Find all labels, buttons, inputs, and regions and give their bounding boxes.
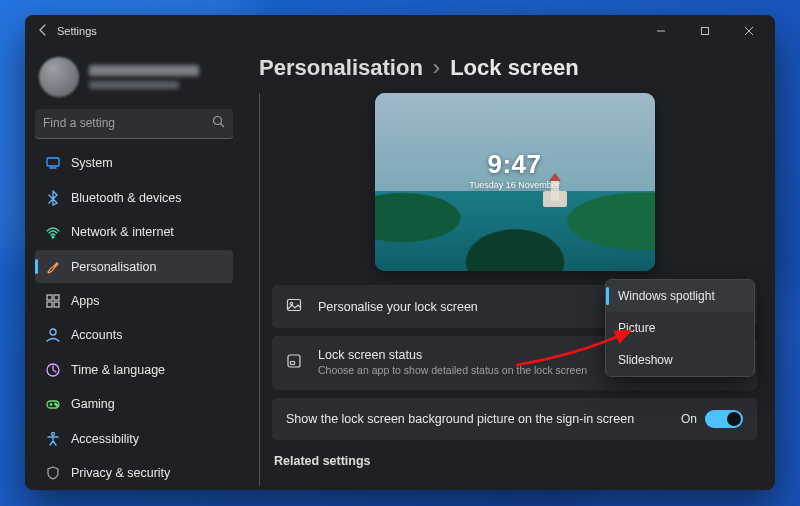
dropdown-option-windows-spotlight[interactable]: Windows spotlight (606, 280, 754, 312)
svg-rect-6 (47, 158, 59, 166)
settings-window: Settings SystemBluetoot (25, 15, 775, 490)
sidebar-item-label: Accessibility (71, 432, 139, 446)
sidebar-item-label: System (71, 156, 113, 170)
sidebar-item-accounts[interactable]: Accounts (35, 319, 233, 352)
breadcrumb-parent[interactable]: Personalisation (259, 55, 423, 81)
sidebar-item-privacy-security[interactable]: Privacy & security (35, 456, 233, 489)
signin-toggle[interactable] (705, 410, 743, 428)
sidebar-item-apps[interactable]: Apps (35, 284, 233, 317)
shield-icon (45, 465, 61, 481)
sidebar-item-label: Network & internet (71, 225, 174, 239)
sidebar-item-label: Bluetooth & devices (71, 191, 182, 205)
accessibility-icon (45, 431, 61, 447)
svg-point-13 (50, 329, 56, 335)
personalise-title: Personalise your lock screen (318, 300, 597, 314)
breadcrumb-separator-icon: › (433, 55, 440, 81)
main-content: Personalisation › Lock screen 9:47 Tuesd… (243, 47, 775, 490)
toggle-label: On (681, 412, 697, 426)
sidebar-item-label: Personalisation (71, 260, 156, 274)
breadcrumb-leaf: Lock screen (450, 55, 578, 81)
nav-list: SystemBluetooth & devicesNetwork & inter… (35, 147, 233, 490)
svg-point-20 (52, 432, 55, 435)
search-field[interactable] (43, 116, 212, 130)
window-title: Settings (57, 25, 97, 37)
svg-rect-11 (47, 302, 52, 307)
search-icon (212, 115, 225, 131)
sidebar-item-personalisation[interactable]: Personalisation (35, 250, 233, 283)
dropdown-option-slideshow[interactable]: Slideshow (606, 344, 754, 376)
gaming-icon (45, 396, 61, 412)
svg-rect-24 (291, 362, 295, 365)
person-icon (45, 327, 61, 343)
svg-line-5 (221, 124, 225, 128)
sidebar: SystemBluetooth & devicesNetwork & inter… (25, 47, 243, 490)
sidebar-item-label: Gaming (71, 397, 115, 411)
status-icon (286, 353, 304, 372)
wifi-icon (45, 224, 61, 240)
signin-background-card: Show the lock screen background picture … (272, 398, 757, 440)
sidebar-item-label: Time & language (71, 363, 165, 377)
svg-point-22 (290, 302, 292, 304)
sidebar-item-label: Accounts (71, 328, 122, 342)
titlebar: Settings (25, 15, 775, 47)
clock-icon (45, 362, 61, 378)
profile-email (89, 81, 179, 89)
preview-time: 9:47 (375, 149, 655, 180)
sidebar-item-accessibility[interactable]: Accessibility (35, 422, 233, 455)
apps-icon (45, 293, 61, 309)
signin-title: Show the lock screen background picture … (286, 412, 667, 426)
sidebar-item-gaming[interactable]: Gaming (35, 388, 233, 421)
related-settings-header: Related settings (272, 448, 757, 468)
brush-icon (45, 259, 61, 275)
breadcrumb: Personalisation › Lock screen (259, 49, 757, 93)
svg-rect-9 (47, 295, 52, 300)
svg-point-19 (56, 405, 58, 407)
system-icon (45, 155, 61, 171)
maximize-button[interactable] (683, 15, 727, 47)
profile-block[interactable] (35, 51, 233, 109)
minimize-button[interactable] (639, 15, 683, 47)
svg-point-8 (52, 236, 54, 238)
background-type-dropdown[interactable]: Windows spotlightPictureSlideshow (605, 279, 755, 377)
avatar (39, 57, 79, 97)
svg-point-4 (214, 117, 222, 125)
preview-date: Tuesday 16 November (375, 180, 655, 190)
close-button[interactable] (727, 15, 771, 47)
profile-name (89, 65, 199, 76)
sidebar-item-label: Apps (71, 294, 100, 308)
lockscreen-preview[interactable]: 9:47 Tuesday 16 November (375, 93, 655, 271)
svg-rect-1 (702, 28, 709, 35)
svg-rect-12 (54, 302, 59, 307)
sidebar-item-label: Privacy & security (71, 466, 170, 480)
sidebar-item-time-language[interactable]: Time & language (35, 353, 233, 386)
back-button[interactable] (29, 23, 57, 40)
sidebar-item-bluetooth-devices[interactable]: Bluetooth & devices (35, 181, 233, 214)
sidebar-item-network-internet[interactable]: Network & internet (35, 215, 233, 248)
bluetooth-icon (45, 190, 61, 206)
personalise-card[interactable]: Personalise your lock screen Windows spo… (272, 285, 757, 328)
sidebar-item-system[interactable]: System (35, 147, 233, 180)
search-input[interactable] (35, 109, 233, 139)
picture-icon (286, 297, 304, 316)
svg-rect-10 (54, 295, 59, 300)
dropdown-option-picture[interactable]: Picture (606, 312, 754, 344)
